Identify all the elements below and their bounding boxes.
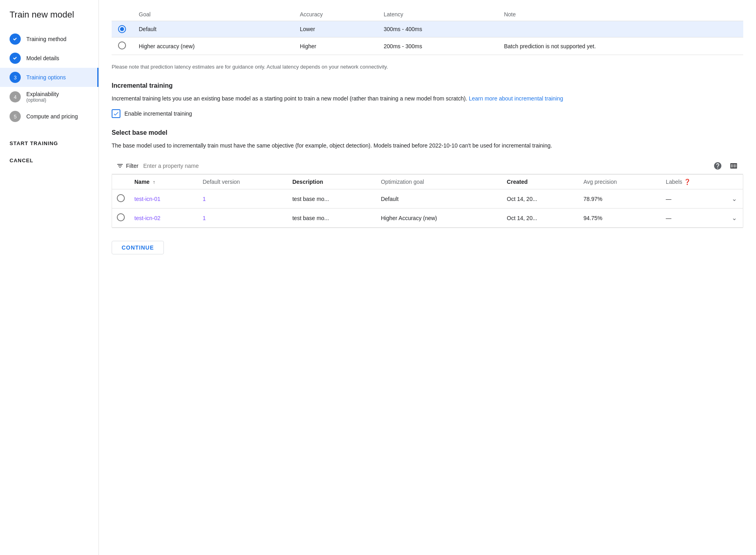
opt-accuracy-higher: Higher xyxy=(293,37,377,55)
filter-icon-label: Filter xyxy=(116,162,138,169)
sidebar-item-model-details[interactable]: Model details xyxy=(0,49,98,68)
base-model-desc-text2: can't be used for incremental training. xyxy=(459,142,552,149)
incremental-training-title: Incremental training xyxy=(112,82,743,89)
cancel-button[interactable]: CANCEL xyxy=(0,153,98,168)
model-desc-1: test base mo... xyxy=(287,209,376,228)
opt-radio-default[interactable] xyxy=(112,21,132,37)
checkmark-icon xyxy=(113,110,119,117)
model-defver-link-0[interactable]: 1 xyxy=(203,196,206,202)
opt-note-default xyxy=(498,21,743,37)
model-defver-1[interactable]: 1 xyxy=(198,209,287,228)
latency-note: Please note that prediction latency esti… xyxy=(112,63,743,71)
opt-col-radio xyxy=(112,8,132,21)
radio-model-0[interactable] xyxy=(117,194,125,202)
enable-incremental-checkbox[interactable] xyxy=(112,109,120,118)
expand-icon-1[interactable]: ⌄ xyxy=(732,215,737,221)
model-defver-0[interactable]: 1 xyxy=(198,189,287,209)
model-optgoal-1: Higher Accuracy (new) xyxy=(376,209,502,228)
start-training-button[interactable]: START TRAINING xyxy=(0,136,98,151)
sidebar-label-compute-pricing: Compute and pricing xyxy=(26,113,78,120)
models-col-avg-precision: Avg precision xyxy=(579,175,661,189)
radio-model-1[interactable] xyxy=(117,213,125,221)
incremental-training-desc: Incremental training lets you use an exi… xyxy=(112,94,743,103)
sidebar-label-training-method: Training method xyxy=(26,36,67,42)
optimization-goal-table: Goal Accuracy Latency Note Default Lower… xyxy=(112,8,743,55)
model-link-0[interactable]: test-icn-01 xyxy=(134,196,160,202)
step-icon-5: 5 xyxy=(10,111,21,122)
select-base-model-section: Select base model The base model used to… xyxy=(112,129,743,228)
opt-row-higher[interactable]: Higher accuracy (new) Higher 200ms - 300… xyxy=(112,37,743,55)
models-col-default-version: Default version xyxy=(198,175,287,189)
sidebar-sub-explainability: (optional) xyxy=(26,97,59,103)
model-radio-1[interactable] xyxy=(112,209,130,228)
models-col-expand xyxy=(727,175,743,189)
model-created-1: Oct 14, 20... xyxy=(502,209,579,228)
model-row-0[interactable]: test-icn-01 1 test base mo... Default Oc… xyxy=(112,189,743,209)
sidebar-item-compute-pricing[interactable]: 5 Compute and pricing xyxy=(0,107,98,126)
model-desc-0: test base mo... xyxy=(287,189,376,209)
opt-accuracy-default: Lower xyxy=(293,21,377,37)
sidebar-item-training-method[interactable]: Training method xyxy=(0,30,98,49)
incremental-training-section: Incremental training Incremental trainin… xyxy=(112,82,743,118)
opt-col-note: Note xyxy=(498,8,743,21)
step-icon-2 xyxy=(10,53,21,64)
opt-row-default[interactable]: Default Lower 300ms - 400ms xyxy=(112,21,743,37)
model-expand-1[interactable]: ⌄ xyxy=(727,209,743,228)
models-col-description: Description xyxy=(287,175,376,189)
model-row-1[interactable]: test-icn-02 1 test base mo... Higher Acc… xyxy=(112,209,743,228)
help-icon[interactable] xyxy=(713,161,723,171)
model-defver-link-1[interactable]: 1 xyxy=(203,215,206,221)
sidebar-item-training-options[interactable]: 3 Training options xyxy=(0,68,98,87)
step-icon-3: 3 xyxy=(10,72,21,83)
models-table-wrapper: Name ↑ Default version Description Optim… xyxy=(112,174,743,228)
models-col-name[interactable]: Name ↑ xyxy=(130,175,198,189)
sidebar-item-explainability[interactable]: 4 Explainability (optional) xyxy=(0,87,98,107)
filter-icon xyxy=(116,162,124,169)
expand-icon-0[interactable]: ⌄ xyxy=(732,195,737,202)
filter-input[interactable] xyxy=(143,163,713,169)
model-avgprec-0: 78.97% xyxy=(579,189,661,209)
models-table: Name ↑ Default version Description Optim… xyxy=(112,175,743,228)
columns-icon[interactable] xyxy=(729,161,738,171)
models-col-opt-goal: Optimization goal xyxy=(376,175,502,189)
model-optgoal-0: Default xyxy=(376,189,502,209)
model-link-1[interactable]: test-icn-02 xyxy=(134,215,160,221)
cutoff-date: 2022-10-10 xyxy=(429,142,458,149)
models-col-labels: Labels ❓ xyxy=(661,175,727,189)
base-model-desc-text: The base model used to incrementally tra… xyxy=(112,142,427,149)
opt-latency-higher: 200ms - 300ms xyxy=(377,37,498,55)
model-labels-1: — xyxy=(661,209,727,228)
select-base-model-title: Select base model xyxy=(112,129,743,136)
base-model-desc: The base model used to incrementally tra… xyxy=(112,141,743,150)
radio-higher[interactable] xyxy=(118,41,126,49)
model-name-1: test-icn-02 xyxy=(130,209,198,228)
opt-radio-higher[interactable] xyxy=(112,37,132,55)
radio-default[interactable] xyxy=(118,25,126,33)
app-title: Train new model xyxy=(0,10,98,30)
incremental-training-link[interactable]: Learn more about incremental training xyxy=(469,95,563,102)
opt-col-goal: Goal xyxy=(132,8,293,21)
sort-icon-name: ↑ xyxy=(153,179,155,185)
opt-latency-default: 300ms - 400ms xyxy=(377,21,498,37)
opt-note-higher: Batch prediction is not supported yet. xyxy=(498,37,743,55)
opt-goal-higher: Higher accuracy (new) xyxy=(132,37,293,55)
models-col-radio xyxy=(112,175,130,189)
sidebar-label-training-options: Training options xyxy=(26,74,66,81)
sidebar: Train new model Training method Model de… xyxy=(0,0,99,555)
filter-actions xyxy=(713,161,738,171)
enable-incremental-row: Enable incremental training xyxy=(112,109,743,118)
model-labels-0: — xyxy=(661,189,727,209)
filter-label: Filter xyxy=(126,163,138,169)
main-content: Goal Accuracy Latency Note Default Lower… xyxy=(99,0,756,555)
model-name-0: test-icn-01 xyxy=(130,189,198,209)
sidebar-label-model-details: Model details xyxy=(26,55,59,61)
step-icon-4: 4 xyxy=(10,91,21,102)
continue-button[interactable]: CONTINUE xyxy=(112,241,164,254)
filter-bar: Filter xyxy=(112,158,743,174)
opt-col-latency: Latency xyxy=(377,8,498,21)
model-created-0: Oct 14, 20... xyxy=(502,189,579,209)
opt-col-accuracy: Accuracy xyxy=(293,8,377,21)
model-radio-0[interactable] xyxy=(112,189,130,209)
model-avgprec-1: 94.75% xyxy=(579,209,661,228)
model-expand-0[interactable]: ⌄ xyxy=(727,189,743,209)
